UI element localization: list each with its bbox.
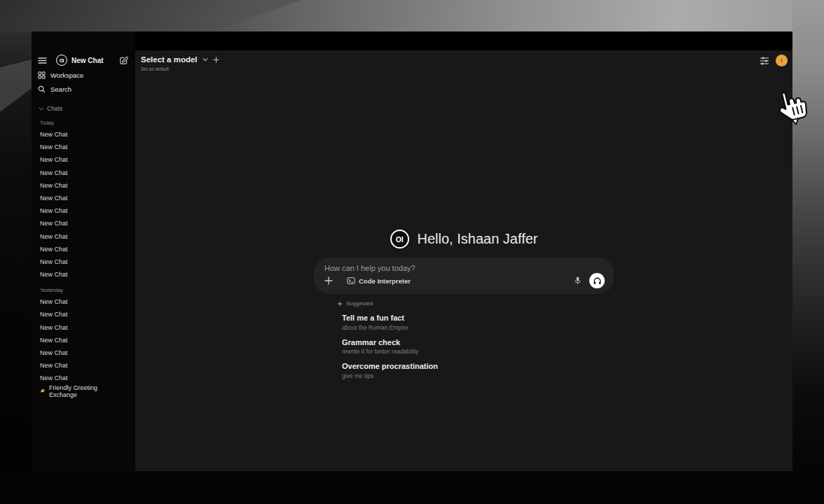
workspace-grid-icon <box>38 71 46 79</box>
chat-item[interactable]: New Chat <box>32 295 135 308</box>
code-interpreter-label: Code Interpreter <box>359 277 411 285</box>
chat-item[interactable]: New Chat <box>32 217 135 230</box>
suggested-label: Suggested <box>346 300 373 307</box>
voice-mode-button[interactable] <box>589 273 605 288</box>
suggestion-subtitle: give me tips <box>342 372 614 379</box>
chat-item[interactable]: New Chat <box>32 179 135 192</box>
greeting-text: Hello, Ishaan Jaffer <box>418 231 538 247</box>
chat-item-pinned[interactable]: Friendly Greeting Exchange <box>32 385 135 398</box>
user-avatar[interactable]: I <box>776 55 788 66</box>
prompt-input[interactable]: How can I help you today? Code Interpret… <box>314 258 614 294</box>
chat-item[interactable]: New Chat <box>32 321 135 334</box>
pinned-chat-label: Friendly Greeting Exchange <box>49 384 127 398</box>
suggested-header: Suggested <box>337 300 614 307</box>
chats-section-toggle[interactable]: Chats <box>32 104 135 113</box>
sidebar-item-search[interactable]: Search <box>32 83 135 96</box>
wave-emoji-icon <box>40 388 46 394</box>
sidebar-item-workspace[interactable]: Workspace <box>32 69 135 82</box>
wallpaper-right <box>792 0 824 504</box>
center-content: OI Hello, Ishaan Jaffer How can I help y… <box>314 230 614 379</box>
microphone-icon[interactable] <box>574 276 582 286</box>
sidebar-header: OI New Chat <box>32 52 135 68</box>
workspace-label: Workspace <box>50 71 83 79</box>
chat-sections: TodayNew ChatNew ChatNew ChatNew ChatNew… <box>32 120 135 385</box>
composer-toolbar: Code Interpreter <box>324 273 605 288</box>
suggestion-item[interactable]: Overcome procrastinationgive me tips <box>337 362 614 379</box>
main-header: Select a model Set as default <box>141 55 219 71</box>
greeting: OI Hello, Ishaan Jaffer <box>314 230 614 248</box>
suggestion-title: Overcome procrastination <box>342 362 614 370</box>
hamburger-menu-icon[interactable] <box>38 57 47 64</box>
chat-item[interactable]: New Chat <box>32 346 135 359</box>
wallpaper-bottom <box>0 471 824 504</box>
desktop: { "sidebar": { "title": "New Chat", "log… <box>0 0 824 504</box>
chevron-down-icon <box>202 57 208 62</box>
chat-item[interactable]: New Chat <box>32 334 135 346</box>
sidebar: OI New Chat Workspace Search Chats Today… <box>32 31 135 471</box>
main-area: Select a model Set as default I OI Hello… <box>135 50 792 471</box>
app-logo: OI <box>56 55 67 66</box>
add-model-icon[interactable] <box>213 57 219 63</box>
suggestion-list: Tell me a fun factabout the Roman Empire… <box>337 314 614 379</box>
model-selector[interactable]: Select a model <box>141 55 219 64</box>
chat-item[interactable]: New Chat <box>32 359 135 372</box>
prompt-placeholder: How can I help you today? <box>324 264 605 272</box>
chats-label: Chats <box>47 105 62 112</box>
chevron-down-icon <box>39 107 43 111</box>
attach-plus-icon[interactable] <box>324 276 333 285</box>
suggestion-item[interactable]: Tell me a fun factabout the Roman Empire <box>337 314 614 331</box>
suggestion-item[interactable]: Grammar checkrewrite it for better reada… <box>337 338 614 356</box>
sidebar-title[interactable]: New Chat <box>71 57 104 64</box>
chat-item[interactable]: New Chat <box>32 141 135 153</box>
chat-item[interactable]: New Chat <box>32 372 135 384</box>
header-actions: I <box>760 55 788 66</box>
chat-item[interactable]: New Chat <box>32 128 135 141</box>
controls-sliders-icon[interactable] <box>760 57 769 65</box>
set-default-link[interactable]: Set as default <box>141 66 219 71</box>
chat-item[interactable]: New Chat <box>32 153 135 166</box>
suggestion-subtitle: rewrite it for better readability <box>342 348 614 355</box>
terminal-icon <box>347 276 355 285</box>
search-label: Search <box>50 85 71 93</box>
chat-item[interactable]: New Chat <box>32 192 135 204</box>
model-selector-label: Select a model <box>141 55 198 64</box>
app-window: OI New Chat Workspace Search Chats Today… <box>32 31 792 471</box>
chat-item[interactable]: New Chat <box>32 268 135 281</box>
chat-section-label: Today <box>32 120 135 126</box>
chat-item[interactable]: New Chat <box>32 230 135 243</box>
chat-section-label: Yesterday <box>32 287 135 293</box>
suggested-section: Suggested Tell me a fun factabout the Ro… <box>314 300 614 379</box>
headphones-icon <box>593 276 602 286</box>
suggestion-title: Grammar check <box>342 338 614 346</box>
chat-item[interactable]: New Chat <box>32 204 135 217</box>
search-icon <box>38 85 46 93</box>
spark-icon <box>337 301 343 307</box>
chat-item[interactable]: New Chat <box>32 243 135 255</box>
chat-item[interactable]: New Chat <box>32 167 135 179</box>
suggestion-subtitle: about the Roman Empire <box>342 324 614 331</box>
suggestion-title: Tell me a fun fact <box>342 314 614 322</box>
app-logo-large: OI <box>390 230 409 248</box>
new-chat-icon[interactable] <box>119 56 128 65</box>
code-interpreter-button[interactable]: Code Interpreter <box>347 276 411 285</box>
chat-item[interactable]: New Chat <box>32 255 135 268</box>
chat-item[interactable]: New Chat <box>32 308 135 321</box>
